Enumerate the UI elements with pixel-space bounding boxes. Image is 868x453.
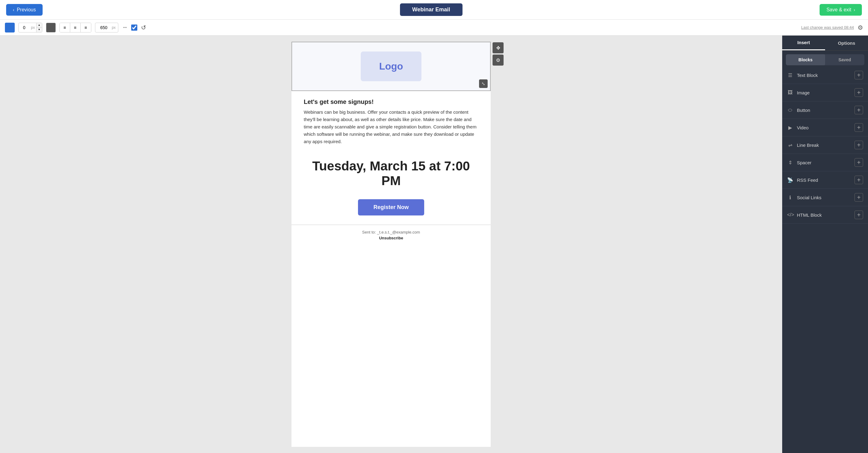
sent-to-text: Sent to: _t.e.s.t._@example.com bbox=[304, 230, 478, 235]
add-spacer-block-button[interactable]: + bbox=[855, 158, 863, 167]
right-sidebar: Insert Options Blocks Saved ☰Text Block+… bbox=[782, 35, 868, 453]
width-input-group: 650 px bbox=[95, 23, 119, 32]
button-block: Register Now bbox=[291, 194, 491, 225]
save-exit-label: Save & exit bbox=[826, 7, 851, 12]
padding-up[interactable]: ▲ bbox=[36, 23, 42, 28]
block-label-html-block: HTML Block bbox=[797, 212, 822, 218]
text-heading: Let's get some signups! bbox=[304, 98, 478, 105]
block-item-left-image-block: 🖼Image bbox=[787, 90, 810, 95]
previous-label: Previous bbox=[17, 7, 36, 12]
align-center-button[interactable]: ≡ bbox=[70, 23, 81, 32]
spacer-icon: ⇕ bbox=[787, 160, 793, 165]
add-text-block-button[interactable]: + bbox=[855, 71, 863, 80]
align-right-button[interactable]: ≡ bbox=[81, 23, 91, 32]
width-unit: px bbox=[112, 25, 116, 30]
block-label-text-block: Text Block bbox=[797, 73, 818, 78]
color-picker-button[interactable] bbox=[5, 23, 15, 32]
block-list: ☰Text Block+🖼Image+⬭Button+▶Video+⇌Line … bbox=[782, 66, 868, 224]
block-item-left-social-links-block: ℹSocial Links bbox=[787, 194, 822, 201]
logo-block[interactable]: Logo ✥ ⚙ ⤡ bbox=[291, 42, 491, 91]
block-item-left-rss-feed-block: 📡RSS Feed bbox=[787, 177, 818, 183]
sidebar-sub-tabs: Blocks Saved bbox=[786, 54, 864, 65]
top-nav: ‹ Previous Webinar Email Save & exit › bbox=[0, 0, 868, 20]
social-icon: ℹ bbox=[787, 194, 793, 201]
main-layout: Logo ✥ ⚙ ⤡ Let's get some signups! Webin… bbox=[0, 35, 868, 453]
add-image-block-button[interactable]: + bbox=[855, 88, 863, 97]
responsive-checkbox[interactable] bbox=[131, 25, 137, 31]
settings-icon[interactable]: ⚙ bbox=[858, 24, 863, 31]
linebreak-icon: ⇌ bbox=[787, 142, 793, 148]
block-item-left-line-break-block: ⇌Line Break bbox=[787, 142, 819, 148]
add-rss-feed-block-button[interactable]: + bbox=[855, 176, 863, 184]
block-label-video-block: Video bbox=[797, 125, 809, 130]
last-saved-text: Last change was saved 08:44 bbox=[801, 25, 854, 30]
block-item-left-spacer-block: ⇕Spacer bbox=[787, 160, 812, 165]
settings-block-button[interactable]: ⚙ bbox=[493, 55, 503, 66]
block-label-spacer-block: Spacer bbox=[797, 160, 812, 165]
align-left-button[interactable]: ≡ bbox=[60, 23, 70, 32]
undo-button[interactable]: ↺ bbox=[141, 24, 146, 31]
date-block[interactable]: Tuesday, March 15 at 7:00 PM bbox=[291, 153, 491, 194]
email-wrapper: Logo ✥ ⚙ ⤡ Let's get some signups! Webin… bbox=[6, 42, 776, 447]
resize-handle[interactable]: ⤡ bbox=[479, 80, 488, 88]
image-icon: 🖼 bbox=[787, 90, 793, 95]
block-label-line-break-block: Line Break bbox=[797, 143, 819, 148]
block-item-video-block[interactable]: ▶Video+ bbox=[782, 119, 868, 137]
block-item-left-html-block: </>HTML Block bbox=[787, 212, 822, 218]
align-group: ≡ ≡ ≡ bbox=[59, 23, 91, 32]
block-label-rss-feed-block: RSS Feed bbox=[797, 178, 818, 183]
block-item-image-block[interactable]: 🖼Image+ bbox=[782, 84, 868, 101]
add-social-links-block-button[interactable]: + bbox=[855, 193, 863, 202]
add-html-block-button[interactable]: + bbox=[855, 211, 863, 219]
save-exit-button[interactable]: Save & exit › bbox=[819, 4, 862, 16]
subtab-blocks[interactable]: Blocks bbox=[786, 54, 825, 65]
date-text: Tuesday, March 15 at 7:00 PM bbox=[304, 159, 478, 188]
previous-button[interactable]: ‹ Previous bbox=[6, 4, 42, 16]
block-item-html-block[interactable]: </>HTML Block+ bbox=[782, 206, 868, 224]
tab-options[interactable]: Options bbox=[825, 35, 868, 50]
add-button-block-button[interactable]: + bbox=[855, 106, 863, 114]
add-video-block-button[interactable]: + bbox=[855, 123, 863, 132]
canvas-area: Logo ✥ ⚙ ⤡ Let's get some signups! Webin… bbox=[0, 35, 782, 453]
move-block-button[interactable]: ✥ bbox=[493, 42, 503, 53]
html-icon: </> bbox=[787, 212, 793, 218]
expand-icon[interactable]: ↔ bbox=[122, 24, 127, 31]
block-item-line-break-block[interactable]: ⇌Line Break+ bbox=[782, 137, 868, 154]
padding-down[interactable]: ▼ bbox=[36, 28, 42, 32]
text-content-block[interactable]: Let's get some signups! Webinars can be … bbox=[291, 91, 491, 153]
block-item-button-block[interactable]: ⬭Button+ bbox=[782, 101, 868, 119]
width-input[interactable]: 650 bbox=[98, 25, 110, 30]
block-item-left-text-block: ☰Text Block bbox=[787, 72, 818, 78]
block-controls: ✥ ⚙ bbox=[493, 42, 503, 66]
add-line-break-block-button[interactable]: + bbox=[855, 141, 863, 149]
block-item-social-links-block[interactable]: ℹSocial Links+ bbox=[782, 189, 868, 206]
resize-icon: ⤡ bbox=[482, 81, 485, 86]
email-footer: Sent to: _t.e.s.t._@example.com Unsubscr… bbox=[291, 225, 491, 245]
toolbar-right: Last change was saved 08:44 ⚙ bbox=[801, 24, 863, 31]
padding-input[interactable]: 0 bbox=[19, 25, 30, 30]
save-exit-arrow: › bbox=[854, 7, 855, 12]
email-canvas: Logo ✥ ⚙ ⤡ Let's get some signups! Webin… bbox=[291, 42, 491, 447]
block-label-button-block: Button bbox=[797, 108, 810, 113]
email-title: Webinar Email bbox=[400, 3, 463, 16]
block-item-spacer-block[interactable]: ⇕Spacer+ bbox=[782, 154, 868, 171]
logo-inner: Logo bbox=[361, 52, 422, 81]
padding-spinners: ▲ ▼ bbox=[36, 23, 42, 32]
register-button[interactable]: Register Now bbox=[358, 199, 424, 215]
tab-insert[interactable]: Insert bbox=[782, 35, 825, 50]
block-item-rss-feed-block[interactable]: 📡RSS Feed+ bbox=[782, 171, 868, 189]
sidebar-tabs: Insert Options bbox=[782, 35, 868, 51]
block-label-image-block: Image bbox=[797, 90, 810, 95]
block-item-text-block[interactable]: ☰Text Block+ bbox=[782, 66, 868, 84]
button-icon: ⬭ bbox=[787, 107, 793, 113]
checkbox-wrap bbox=[131, 25, 137, 31]
bg-color-button[interactable] bbox=[46, 23, 56, 32]
toolbar: 0 px ▲ ▼ ≡ ≡ ≡ 650 px ↔ ↺ Last change wa… bbox=[0, 20, 868, 35]
padding-input-group: 0 px ▲ ▼ bbox=[19, 23, 42, 32]
rss-icon: 📡 bbox=[787, 177, 793, 183]
subtab-saved[interactable]: Saved bbox=[825, 54, 864, 65]
block-item-left-button-block: ⬭Button bbox=[787, 107, 810, 113]
logo-text: Logo bbox=[379, 61, 403, 72]
padding-unit: px bbox=[30, 25, 36, 30]
unsubscribe-link[interactable]: Unsubscribe bbox=[304, 236, 478, 240]
